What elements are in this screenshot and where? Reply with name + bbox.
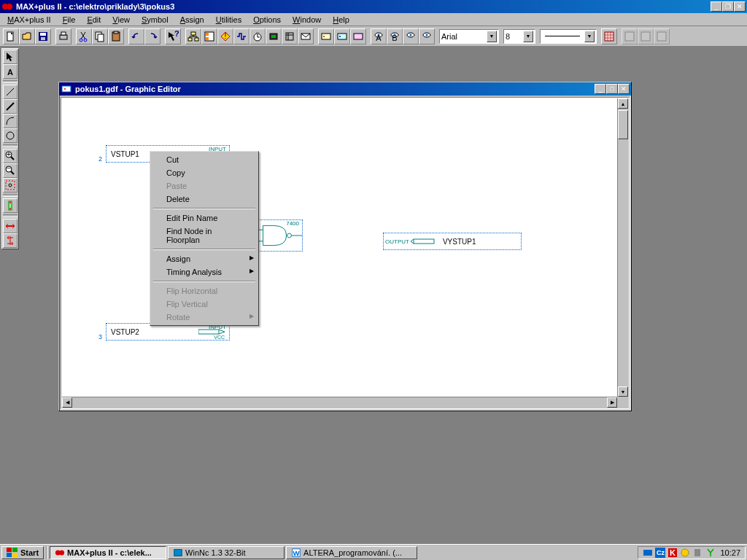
hierarchy-button[interactable] bbox=[185, 28, 201, 44]
chevron-down-icon: ▼ bbox=[487, 31, 497, 42]
output-pin-1[interactable]: OUTPUT VYSTUP1 bbox=[383, 233, 522, 250]
menu-symbol[interactable]: Symbol bbox=[136, 14, 174, 26]
tb-grid-2[interactable] bbox=[622, 28, 638, 44]
tray-icon-4[interactable] bbox=[692, 548, 703, 558]
svg-point-61 bbox=[9, 208, 11, 209]
line-style-select[interactable]: ▼ bbox=[540, 29, 597, 44]
ctx-copy[interactable]: Copy bbox=[152, 166, 257, 179]
tb-extra-1[interactable] bbox=[318, 28, 334, 44]
tb-extra-3[interactable] bbox=[350, 28, 366, 44]
tray-icon-5[interactable] bbox=[705, 548, 715, 558]
undo-button[interactable] bbox=[128, 28, 144, 44]
start-button[interactable]: Start bbox=[1, 546, 44, 559]
child-minimize-button[interactable]: _ bbox=[595, 84, 606, 94]
flip-h-tool[interactable] bbox=[3, 219, 18, 233]
submenu-arrow-icon: ▶ bbox=[249, 313, 254, 319]
menu-edit[interactable]: Edit bbox=[81, 14, 107, 26]
menu-help[interactable]: Help bbox=[327, 14, 355, 26]
svg-text:!: ! bbox=[224, 31, 226, 40]
ctx-assign[interactable]: Assign▶ bbox=[152, 252, 257, 265]
diag-line-tool[interactable] bbox=[3, 99, 18, 114]
canvas[interactable]: 2 VSTUP1 INPUT VCC 7400 bbox=[62, 98, 617, 397]
nand-gate[interactable]: 7400 bbox=[252, 219, 303, 252]
compiler-button[interactable]: ! bbox=[217, 28, 233, 44]
menu-view[interactable]: View bbox=[107, 14, 136, 26]
flip-v-tool[interactable] bbox=[3, 233, 18, 248]
tb-eye-1[interactable]: A bbox=[371, 28, 387, 44]
svg-rect-25 bbox=[271, 35, 276, 38]
connect-tool[interactable] bbox=[3, 198, 18, 213]
timing-button[interactable] bbox=[249, 28, 266, 44]
cut-button[interactable] bbox=[76, 28, 92, 44]
ctx-edit-pin-name[interactable]: Edit Pin Name bbox=[152, 211, 257, 225]
vertical-scrollbar[interactable]: ▲ ▼ bbox=[617, 98, 629, 397]
child-maximize-button[interactable]: □ bbox=[606, 84, 618, 94]
arc-tool[interactable] bbox=[3, 114, 18, 128]
copy-button[interactable] bbox=[92, 28, 108, 44]
child-close-button[interactable]: ✕ bbox=[618, 84, 630, 94]
paste-button[interactable] bbox=[108, 28, 124, 44]
tray-icon-3[interactable] bbox=[680, 548, 690, 558]
print-button[interactable] bbox=[55, 28, 71, 44]
floorplan-button[interactable] bbox=[201, 28, 217, 44]
task-button-1[interactable]: MAX+plus II - c:\elek... bbox=[50, 546, 166, 559]
circle-tool[interactable] bbox=[3, 128, 18, 143]
scroll-thumb[interactable] bbox=[618, 110, 628, 139]
size-value: 8 bbox=[506, 32, 522, 41]
ctx-timing[interactable]: Timing Analysis▶ bbox=[152, 265, 257, 279]
new-button[interactable] bbox=[3, 28, 19, 44]
simulator-button[interactable] bbox=[233, 28, 249, 44]
tb-eye-2[interactable]: B bbox=[387, 28, 403, 44]
scroll-up-button[interactable]: ▲ bbox=[618, 98, 628, 109]
tb-grid-1[interactable] bbox=[601, 28, 617, 44]
tb-grid-4[interactable] bbox=[654, 28, 670, 44]
clock[interactable]: 10:27 bbox=[720, 548, 740, 557]
pin-name: VSTUP1 bbox=[111, 150, 139, 158]
scroll-right-button[interactable]: ▶ bbox=[607, 397, 617, 408]
tb-eye-4[interactable] bbox=[419, 28, 435, 44]
font-select[interactable]: Arial ▼ bbox=[439, 29, 499, 44]
messages-button[interactable] bbox=[298, 28, 314, 44]
svg-rect-79 bbox=[174, 549, 182, 556]
svg-point-50 bbox=[7, 132, 14, 139]
save-button[interactable] bbox=[35, 28, 51, 44]
project-button[interactable] bbox=[282, 28, 298, 44]
pointer-tool[interactable] bbox=[3, 50, 18, 64]
ctx-delete[interactable]: Delete bbox=[152, 192, 257, 206]
zoom-in-tool[interactable]: + bbox=[3, 149, 18, 163]
menu-window[interactable]: Window bbox=[287, 14, 327, 26]
menu-utilities[interactable]: Utilities bbox=[210, 14, 247, 26]
svg-point-85 bbox=[681, 549, 689, 556]
scroll-down-button[interactable]: ▼ bbox=[618, 386, 628, 397]
task-label: ALTERA_programování. (... bbox=[303, 548, 402, 557]
size-select[interactable]: 8 ▼ bbox=[503, 29, 535, 44]
menu-assign[interactable]: Assign bbox=[174, 14, 210, 26]
maximize-button[interactable]: ❐ bbox=[722, 1, 734, 12]
tb-grid-3[interactable] bbox=[638, 28, 654, 44]
child-titlebar[interactable]: pokus1.gdf - Graphic Editor _ □ ✕ bbox=[59, 82, 631, 96]
menu-file[interactable]: File bbox=[57, 14, 82, 26]
tray-icon-2[interactable]: K bbox=[667, 548, 678, 558]
ctx-find-node[interactable]: Find Node in Floorplan bbox=[152, 225, 257, 246]
zoom-fit-tool[interactable] bbox=[3, 178, 18, 192]
horizontal-scrollbar[interactable]: ◀ ▶ bbox=[62, 397, 617, 408]
menu-options[interactable]: Options bbox=[247, 14, 287, 26]
ctx-cut[interactable]: Cut bbox=[152, 153, 257, 166]
task-button-2[interactable]: WinNc 1.3 32-Bit bbox=[168, 546, 285, 559]
scroll-left-button[interactable]: ◀ bbox=[62, 397, 72, 408]
tb-eye-3[interactable] bbox=[403, 28, 419, 44]
programmer-button[interactable] bbox=[266, 28, 282, 44]
close-button[interactable]: ✕ bbox=[734, 1, 746, 12]
minimize-button[interactable]: _ bbox=[711, 1, 722, 12]
language-indicator[interactable]: Cz bbox=[655, 548, 665, 558]
redo-button[interactable] bbox=[144, 28, 160, 44]
help-cursor-button[interactable]: ? bbox=[165, 28, 181, 44]
text-tool[interactable]: A bbox=[3, 64, 18, 79]
open-button[interactable] bbox=[19, 28, 35, 44]
task-button-3[interactable]: W ALTERA_programování. (... bbox=[286, 546, 417, 559]
tray-icon-1[interactable] bbox=[643, 548, 653, 558]
menu-maxplus[interactable]: MAX+plus II bbox=[1, 14, 57, 26]
zoom-out-tool[interactable]: − bbox=[3, 163, 18, 178]
line-tool[interactable] bbox=[3, 85, 18, 99]
tb-extra-2[interactable] bbox=[334, 28, 350, 44]
